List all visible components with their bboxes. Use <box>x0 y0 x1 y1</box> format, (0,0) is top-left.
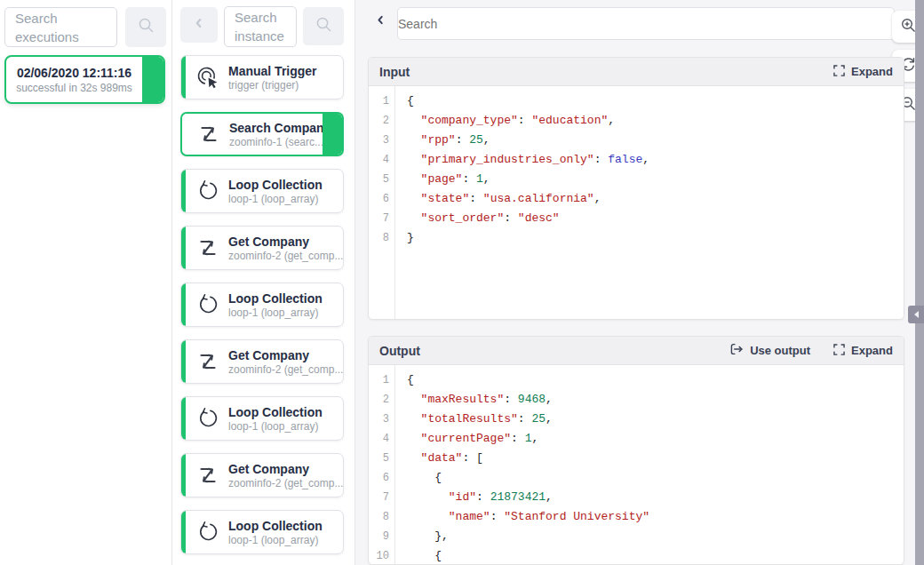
search-instance-button[interactable] <box>303 7 344 45</box>
code-text: } <box>395 228 414 248</box>
code-text: "company_type": "education", <box>395 111 615 131</box>
code-text: "maxResults": 9468, <box>395 390 553 410</box>
search-instance-input[interactable]: Search instance <box>224 6 297 47</box>
code-line: 9 }, <box>369 527 904 546</box>
line-number: 4 <box>369 150 395 170</box>
code-line: 4 "currentPage": 1, <box>369 429 904 449</box>
code-line: 7 "sort_order": "desc" <box>369 209 904 228</box>
line-number: 6 <box>369 468 395 488</box>
code-text: "name": "Stanford University" <box>395 507 649 527</box>
input-code-area[interactable]: 1{2 "company_type": "education",3 "rpp":… <box>369 86 904 319</box>
output-section-title: Output <box>379 344 420 358</box>
steps-panel: Search instance Manual Triggertrigger (t… <box>172 0 355 565</box>
code-line: 3 "totalResults": 25, <box>369 410 904 429</box>
zoominfo-icon <box>197 123 220 146</box>
use-output-button[interactable]: Use output <box>730 343 810 358</box>
loop-icon <box>196 293 219 316</box>
step-card[interactable]: Loop Collectionloop-1 (loop_array) <box>180 169 344 213</box>
line-number: 5 <box>369 170 395 189</box>
search-executions-placeholder: Search executions <box>15 9 107 46</box>
step-detail-panel: Input Expand 1{2 "company_type": "educat… <box>355 0 924 565</box>
step-card[interactable]: Loop Collectionloop-1 (loop_array) <box>180 396 344 441</box>
executions-debug-view: Search executions 02/06/2020 12:11:16 su… <box>0 0 924 565</box>
step-status-bar <box>181 227 186 269</box>
output-code-lines: 1{2 "maxResults": 9468,3 "totalResults":… <box>369 370 904 564</box>
execution-card-body: 02/06/2020 12:11:16 successful in 32s 98… <box>6 57 142 102</box>
input-code-lines: 1{2 "company_type": "education",3 "rpp":… <box>369 92 904 248</box>
search-executions-button[interactable] <box>125 7 166 47</box>
output-section-header: Output Use output Expand <box>369 337 904 365</box>
step-card[interactable]: Get Companyzoominfo-2 (get_comp... <box>180 339 344 384</box>
code-line: 7 "id": 21873421, <box>369 488 904 507</box>
code-line: 3 "rpp": 25, <box>369 131 904 150</box>
step-card[interactable]: Manual Triggertrigger (trigger) <box>180 55 344 99</box>
code-text: { <box>395 92 414 111</box>
code-line: 8} <box>369 228 904 248</box>
output-code-area[interactable]: 1{2 "maxResults": 9468,3 "totalResults":… <box>369 365 904 564</box>
expand-icon <box>833 65 845 79</box>
executions-panel: Search executions 02/06/2020 12:11:16 su… <box>0 0 172 565</box>
step-status-bar <box>181 56 186 99</box>
code-text: "sort_order": "desc" <box>395 209 560 228</box>
step-status-bar <box>181 283 186 326</box>
line-number: 9 <box>369 527 395 546</box>
step-title: Manual Trigger <box>228 64 317 78</box>
input-section-title: Input <box>379 65 410 79</box>
code-text: "totalResults": 25, <box>395 410 553 429</box>
code-text: "state": "usa.california", <box>395 189 601 209</box>
use-output-label: Use output <box>750 344 810 357</box>
input-expand-button[interactable]: Expand <box>833 65 893 79</box>
line-number: 10 <box>369 546 395 564</box>
panel-collapse-handle[interactable] <box>908 306 924 323</box>
step-subtitle: loop-1 (loop_array) <box>228 420 323 433</box>
line-number: 7 <box>369 209 395 228</box>
code-text: { <box>395 370 414 390</box>
step-card[interactable]: Loop Collectionloop-1 (loop_array) <box>180 282 344 327</box>
step-status-bar <box>181 170 186 212</box>
step-subtitle: zoominfo-1 (searc... <box>229 136 331 148</box>
search-instance-placeholder: Search instance <box>235 8 286 45</box>
code-text: { <box>395 468 442 488</box>
line-number: 8 <box>369 507 395 527</box>
loop-icon <box>196 179 219 203</box>
input-section: Input Expand 1{2 "company_type": "educat… <box>368 57 904 320</box>
output-expand-button[interactable]: Expand <box>833 344 893 358</box>
execution-card[interactable]: 02/06/2020 12:11:16 successful in 32s 98… <box>4 55 165 104</box>
back-button[interactable] <box>180 7 218 43</box>
input-expand-label: Expand <box>851 65 893 78</box>
code-text: "primary_industries_only": false, <box>395 150 649 170</box>
code-line: 6 "state": "usa.california", <box>369 189 904 209</box>
step-title: Loop Collection <box>228 519 323 533</box>
step-subtitle: loop-1 (loop_array) <box>228 534 323 546</box>
step-card[interactable]: Get Companyzoominfo-2 (get_comp... <box>180 226 344 270</box>
zoominfo-icon <box>196 350 219 373</box>
step-card[interactable]: Search Companyzoominfo-1 (searc... <box>180 112 344 156</box>
code-line: 10 { <box>369 546 904 564</box>
detail-search-input[interactable] <box>397 7 895 40</box>
selected-step-indicator <box>323 114 342 155</box>
chevron-left-icon <box>375 13 386 29</box>
step-title: Loop Collection <box>228 405 323 419</box>
code-line: 1{ <box>369 370 904 390</box>
output-expand-label: Expand <box>851 344 893 357</box>
detail-back-button[interactable] <box>371 12 389 30</box>
input-section-header: Input Expand <box>369 58 904 86</box>
code-text: "currentPage": 1, <box>395 429 538 449</box>
step-card[interactable]: Loop Collectionloop-1 (loop_array) <box>180 510 344 554</box>
step-card[interactable]: Get Companyzoominfo-2 (get_comp... <box>180 453 344 497</box>
step-status-bar <box>181 511 186 553</box>
step-status-bar <box>181 340 186 383</box>
code-text: "page": 1, <box>395 170 490 189</box>
zoominfo-icon <box>196 236 219 259</box>
line-number: 2 <box>369 390 395 410</box>
line-number: 4 <box>369 429 395 449</box>
line-number: 7 <box>369 488 395 507</box>
zoom-in-icon <box>901 18 916 36</box>
execution-success-indicator <box>142 57 163 102</box>
search-executions-input[interactable]: Search executions <box>4 7 117 47</box>
code-line: 2 "maxResults": 9468, <box>369 390 904 410</box>
code-line: 4 "primary_industries_only": false, <box>369 150 904 170</box>
step-subtitle: zoominfo-2 (get_comp... <box>228 477 343 489</box>
line-number: 8 <box>369 228 395 248</box>
code-line: 2 "company_type": "education", <box>369 111 904 131</box>
